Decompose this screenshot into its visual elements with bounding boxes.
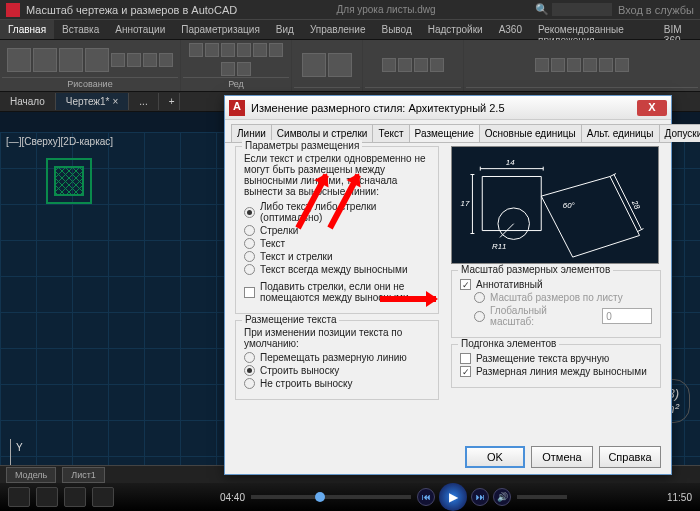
taskbar-app-icon[interactable]: [36, 487, 58, 507]
tool-icon[interactable]: [253, 43, 267, 57]
text-desc: При изменении позиции текста по умолчани…: [244, 327, 430, 349]
new-tab-button[interactable]: +: [159, 93, 180, 110]
doc-tab-drawing[interactable]: Чертеж1*×: [56, 93, 129, 110]
ribbon-tab-home[interactable]: Главная: [0, 20, 54, 39]
dim-icon[interactable]: [328, 53, 352, 77]
text-placement-group: Размещение текста При изменении позиции …: [235, 320, 439, 400]
volume-bar[interactable]: [517, 495, 567, 499]
app-icon: A: [229, 100, 245, 116]
ribbon-tab-a360[interactable]: A360: [491, 20, 530, 39]
scale-group: Масштаб размерных элементов ✓Аннотативны…: [451, 270, 661, 338]
radio-move-dim[interactable]: Перемещать размерную линию: [244, 352, 430, 363]
tool-icon[interactable]: [269, 43, 283, 57]
model-tab[interactable]: Модель: [6, 467, 56, 483]
arc-icon[interactable]: [85, 48, 109, 72]
svg-text:60°: 60°: [563, 201, 575, 210]
help-button[interactable]: Справка: [599, 446, 661, 468]
taskbar-app-icon[interactable]: [8, 487, 30, 507]
check-manual[interactable]: Размещение текста вручную: [460, 353, 652, 364]
group-title: Масштаб размерных элементов: [458, 264, 613, 275]
ribbon-tab-param[interactable]: Параметризация: [173, 20, 268, 39]
polyline-icon[interactable]: [33, 48, 57, 72]
dimstyle-dialog: A Изменение размерного стиля: Архитектур…: [224, 95, 672, 475]
ribbon-tab-manage[interactable]: Управление: [302, 20, 374, 39]
ribbon-tab-apps[interactable]: Рекомендованные приложения: [530, 20, 656, 39]
layout-tab[interactable]: Лист1: [62, 467, 105, 483]
global-scale-field: 0: [602, 308, 652, 324]
ribbon-tab-view[interactable]: Вид: [268, 20, 302, 39]
close-icon[interactable]: ×: [112, 96, 118, 107]
taskbar-app-icon[interactable]: [64, 487, 86, 507]
search-box[interactable]: 🔍: [535, 3, 612, 16]
cancel-button[interactable]: Отмена: [531, 446, 593, 468]
tool-icon[interactable]: [205, 43, 219, 57]
play-button[interactable]: ▶: [439, 483, 467, 511]
app-titlebar: Масштаб чертежа и размеров в AutoCAD Для…: [0, 0, 700, 20]
taskbar: 04:40 ⏮ ▶ ⏭ 🔊 11:50: [0, 483, 700, 511]
tool-icon[interactable]: [159, 53, 173, 67]
tool-icon[interactable]: [143, 53, 157, 67]
tool-icon[interactable]: [111, 53, 125, 67]
tool-icon[interactable]: [398, 58, 412, 72]
radio-text[interactable]: Текст: [244, 238, 430, 249]
dialog-titlebar[interactable]: A Изменение размерного стиля: Архитектур…: [225, 96, 671, 120]
radio-always[interactable]: Текст всегда между выносными: [244, 264, 430, 275]
tool-icon[interactable]: [221, 62, 235, 76]
tool-icon[interactable]: [237, 62, 251, 76]
tool-icon[interactable]: [221, 43, 235, 57]
tool-icon[interactable]: [583, 58, 597, 72]
ribbon-tab-bim[interactable]: BIM 360: [656, 20, 700, 39]
ribbon: Рисование Ред: [0, 40, 700, 92]
next-button[interactable]: ⏭: [471, 488, 489, 506]
circle-icon[interactable]: [59, 48, 83, 72]
tool-icon[interactable]: [551, 58, 565, 72]
check-annotative[interactable]: ✓Аннотативный: [460, 279, 652, 290]
radio-both[interactable]: Текст и стрелки: [244, 251, 430, 262]
tab-fit[interactable]: Размещение: [409, 124, 480, 142]
taskbar-app-icon[interactable]: [92, 487, 114, 507]
login-link[interactable]: Вход в службы: [618, 4, 694, 16]
text-icon[interactable]: [302, 53, 326, 77]
seek-bar[interactable]: [251, 495, 411, 499]
tool-icon[interactable]: [535, 58, 549, 72]
tool-icon[interactable]: [189, 43, 203, 57]
tool-icon[interactable]: [567, 58, 581, 72]
dialog-title: Изменение размерного стиля: Архитектурны…: [251, 102, 505, 114]
tool-icon[interactable]: [615, 58, 629, 72]
group-title: Подгонка элементов: [458, 338, 559, 349]
ribbon-tab-annotate[interactable]: Аннотации: [107, 20, 173, 39]
app-title: Масштаб чертежа и размеров в AutoCAD: [26, 4, 237, 16]
group-title: Размещение текста: [242, 314, 339, 325]
app-logo-icon: [6, 3, 20, 17]
line-icon[interactable]: [7, 48, 31, 72]
doc-tab-other[interactable]: ...: [129, 93, 158, 110]
radio-paper-scale: Масштаб размеров по листу: [474, 292, 652, 303]
close-button[interactable]: X: [637, 100, 667, 116]
volume-icon[interactable]: 🔊: [493, 488, 511, 506]
tool-icon[interactable]: [599, 58, 613, 72]
hatch-object[interactable]: [46, 158, 92, 204]
ribbon-tab-addons[interactable]: Надстройки: [420, 20, 491, 39]
tool-icon[interactable]: [414, 58, 428, 72]
search-input[interactable]: [552, 3, 612, 16]
ok-button[interactable]: OK: [465, 446, 525, 468]
annotation-arrow: [380, 296, 436, 302]
radio-leader[interactable]: Строить выноску: [244, 365, 430, 376]
viewport-label[interactable]: [—][Сверху][2D-каркас]: [6, 136, 113, 147]
ribbon-tab-output[interactable]: Вывод: [374, 20, 420, 39]
svg-text:14: 14: [506, 158, 515, 167]
check-force-line[interactable]: ✓Размерная линия между выносными: [460, 366, 652, 377]
tool-icon[interactable]: [430, 58, 444, 72]
prev-button[interactable]: ⏮: [417, 488, 435, 506]
tool-icon[interactable]: [237, 43, 251, 57]
radio-arrows[interactable]: Стрелки: [244, 225, 430, 236]
panel-label: Ред: [183, 77, 289, 89]
radio-no-leader[interactable]: Не строить выноску: [244, 378, 430, 389]
tool-icon[interactable]: [382, 58, 396, 72]
ribbon-tab-insert[interactable]: Вставка: [54, 20, 107, 39]
ribbon-tabs: Главная Вставка Аннотации Параметризация…: [0, 20, 700, 40]
doc-tab-start[interactable]: Начало: [0, 93, 56, 110]
tool-icon[interactable]: [127, 53, 141, 67]
clock: 11:50: [667, 492, 692, 503]
group-title: Параметры размещения: [242, 140, 362, 151]
